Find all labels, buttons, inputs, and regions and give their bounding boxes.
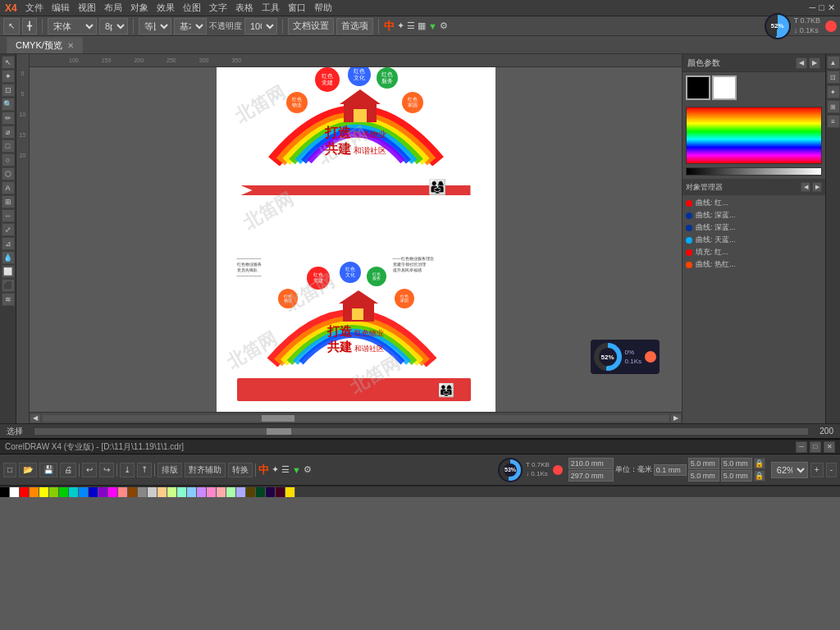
zoom-out-btn[interactable]: - <box>826 463 837 477</box>
scroll-thumb-bottom[interactable] <box>267 428 291 435</box>
bottom-save-btn[interactable]: 💾 <box>39 463 57 477</box>
far-btn-3[interactable]: ✦ <box>827 85 840 98</box>
select-tool-btn[interactable]: ↖ <box>3 18 20 34</box>
menu-tools[interactable]: 工具 <box>262 2 280 14</box>
bottom-print-btn[interactable]: 🖨 <box>60 463 76 477</box>
bottom-align-btn[interactable]: 對齐辅助 <box>185 463 226 477</box>
color-cell-brown[interactable] <box>128 487 138 497</box>
lock-w-btn[interactable]: 🔒 <box>754 458 765 469</box>
color-gradient-bar[interactable] <box>686 107 822 164</box>
color-cell-yellow[interactable] <box>39 487 49 497</box>
eyedrop-tool[interactable]: 💧 <box>2 251 15 264</box>
color-cell-darkgreen[interactable] <box>256 487 266 497</box>
scroll-left-btn[interactable]: ◀ <box>30 413 41 423</box>
bottom-open-btn[interactable]: 📂 <box>19 463 37 477</box>
color-cell-lime[interactable] <box>49 487 59 497</box>
swatch-black[interactable] <box>686 75 710 100</box>
outline-tool[interactable]: ⬜ <box>2 265 15 278</box>
bottom-icon-1[interactable]: ✦ <box>272 464 279 475</box>
color-cell-darkbrown[interactable] <box>246 487 256 497</box>
far-btn-2[interactable]: ⊡ <box>827 71 840 84</box>
color-cell-periwinkle[interactable] <box>236 487 246 497</box>
far-btn-5[interactable]: ≡ <box>827 115 840 128</box>
color-cell-red[interactable] <box>20 487 30 497</box>
far-btn-1[interactable]: ▲ <box>827 56 840 69</box>
color-cell-orange[interactable] <box>30 487 39 497</box>
color-cell-lavender[interactable] <box>197 487 207 497</box>
bottom-icon-2[interactable]: ☰ <box>281 464 290 475</box>
bottom-arrange-btn[interactable]: 排版 <box>158 463 182 477</box>
color-cell-mint[interactable] <box>226 487 236 497</box>
color-cell-darkpurple[interactable] <box>266 487 276 497</box>
minimize-btn[interactable]: ─ <box>810 2 816 13</box>
color-cell-maroon[interactable] <box>276 487 285 497</box>
color-cell-gray[interactable] <box>138 487 148 497</box>
conn-tool[interactable]: ⤢ <box>2 223 15 236</box>
color-cell-peach[interactable] <box>158 487 167 497</box>
swatch-white[interactable] <box>712 75 737 100</box>
zoom-in-btn[interactable]: + <box>810 463 824 477</box>
bottom-icon-3[interactable]: ▼ <box>292 465 301 475</box>
bottom-import-btn[interactable]: ⤓ <box>120 463 135 477</box>
tool-icon-2[interactable]: ☰ <box>407 21 415 31</box>
text-tool[interactable]: A <box>2 181 15 194</box>
color-cell-lime2[interactable] <box>167 487 177 497</box>
color-cell-pink[interactable] <box>118 487 128 497</box>
thickness-input[interactable] <box>654 464 687 476</box>
basic-select[interactable]: 基本 <box>174 18 207 34</box>
menu-text[interactable]: 文字 <box>209 2 227 14</box>
obj-mgr-expand[interactable]: ◀ <box>801 182 810 192</box>
pick-tool-btn[interactable]: ╋ <box>22 18 37 34</box>
lock-h-btn[interactable]: 🔒 <box>754 470 765 482</box>
far-btn-4[interactable]: ⊞ <box>827 100 840 113</box>
scroll-thumb-h[interactable] <box>262 415 294 422</box>
close-btn[interactable]: ✕ <box>828 2 835 13</box>
tab-close-icon[interactable]: ✕ <box>67 41 74 50</box>
color-cell-cyan[interactable] <box>69 487 79 497</box>
scroll-track-h[interactable] <box>43 415 669 422</box>
color-cell-rose[interactable] <box>207 487 217 497</box>
margin-b-input[interactable] <box>688 470 719 482</box>
bottom-undo-btn[interactable]: ↩ <box>82 463 97 477</box>
color-palette-strip[interactable] <box>0 486 840 497</box>
menu-edit[interactable]: 编辑 <box>52 2 70 14</box>
document-canvas[interactable]: 北笛网 北笛网 北笛网 北笛网 北笛网 北笛网 <box>217 67 495 412</box>
panel-close-btn[interactable]: ▶ <box>809 57 820 69</box>
menu-effects[interactable]: 效果 <box>157 2 175 14</box>
color-cell-sky[interactable] <box>187 487 197 497</box>
color-cell-blue[interactable] <box>79 487 89 497</box>
canvas-content[interactable]: 北笛网 北笛网 北笛网 北笛网 北笛网 北笛网 <box>217 67 495 412</box>
color-cell-purple[interactable] <box>98 487 108 497</box>
tool-icon-4[interactable]: ▼ <box>428 21 437 31</box>
smart-draw-tool[interactable]: ⌀ <box>2 126 15 139</box>
arrow-tool[interactable]: ↖ <box>2 56 15 69</box>
node-tool[interactable]: ✦ <box>2 70 15 83</box>
style-select[interactable]: 等比 <box>139 18 171 34</box>
font-select[interactable]: 宋体 <box>48 18 97 34</box>
margin-t-input[interactable] <box>688 458 719 469</box>
bottom-icon-4[interactable]: ⚙ <box>304 464 312 475</box>
dim-tool[interactable]: ↔ <box>2 209 15 222</box>
table-tool[interactable]: ⊞ <box>2 195 15 208</box>
font-size-select[interactable]: 8pt <box>99 18 128 34</box>
menu-layout[interactable]: 布局 <box>104 2 122 14</box>
h-scrollbar[interactable]: ◀ ▶ <box>30 412 682 423</box>
tool-icon-3[interactable]: ▦ <box>418 21 426 31</box>
second-close-btn[interactable]: ✕ <box>824 441 835 453</box>
obj-mgr-close[interactable]: ▶ <box>812 182 822 192</box>
margin-l-input[interactable] <box>721 458 752 469</box>
doc-settings-btn[interactable]: 文档设置 <box>288 18 334 34</box>
list-item-5[interactable]: 曲线: 热红... <box>682 258 825 271</box>
color-cell-darkblue[interactable] <box>89 487 98 497</box>
menu-file[interactable]: 文件 <box>25 2 43 14</box>
color-cell-salmon[interactable] <box>217 487 226 497</box>
tool-icon-1[interactable]: ✦ <box>397 21 404 31</box>
height-input[interactable] <box>568 470 614 482</box>
blend-tool[interactable]: ⊿ <box>2 237 15 250</box>
color-cell-black[interactable] <box>0 487 10 497</box>
margin-r-input[interactable] <box>721 470 752 482</box>
bottom-redo-btn[interactable]: ↪ <box>99 463 114 477</box>
smear-tool[interactable]: ≋ <box>2 293 15 306</box>
rect-tool[interactable]: □ <box>2 139 15 153</box>
ellipse-tool[interactable]: ○ <box>2 153 15 167</box>
